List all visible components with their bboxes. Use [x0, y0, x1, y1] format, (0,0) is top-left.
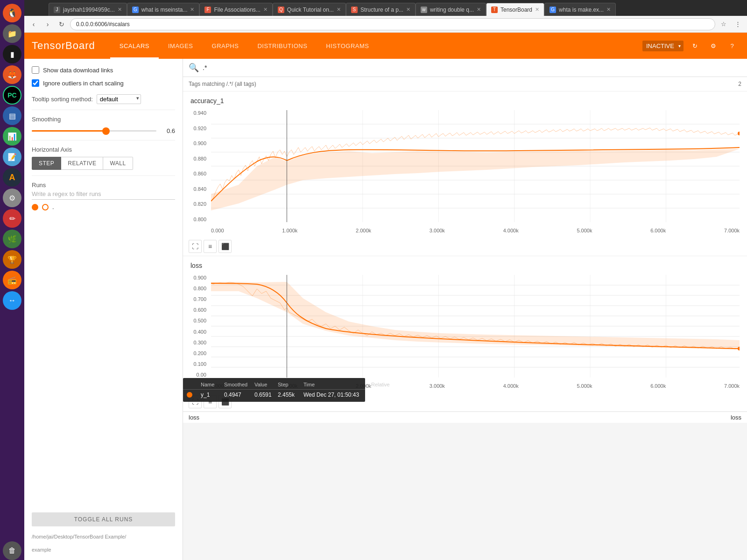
tab-quicktut[interactable]: Q Quick Tutorial on... ✕ — [273, 3, 346, 16]
x-label-3k: 3.000k — [430, 228, 445, 233]
sidebar-item-pycharm[interactable]: PC — [3, 86, 21, 105]
accuracy-list-btn[interactable]: ≡ — [204, 240, 217, 253]
loss-x-4k: 4.000k — [503, 383, 519, 389]
x-label-2k: 2.000k — [356, 228, 371, 233]
x-label-4k: 4.000k — [503, 228, 519, 233]
address-bar-input[interactable]: 0.0.0.0:6006/#scalars — [70, 18, 715, 30]
y-label-0880: 0.880 — [193, 156, 206, 161]
bookmark-button[interactable]: ☆ — [718, 19, 729, 30]
tooltip-step: 2.455k — [278, 392, 303, 398]
tab-histograms[interactable]: HISTOGRAMS — [317, 33, 378, 59]
y-label-0800: 0.800 — [193, 217, 206, 222]
settings-button[interactable]: ⚙ — [706, 38, 721, 53]
menu-button[interactable]: ⋮ — [732, 19, 743, 30]
search-input[interactable] — [203, 64, 741, 71]
tab-close-fileassoc[interactable]: ✕ — [263, 7, 268, 13]
cwd2: example — [32, 547, 175, 553]
sidebar-item-app12[interactable]: 🌿 — [3, 230, 21, 248]
sidebar-item-sheets[interactable]: 📊 — [3, 127, 21, 146]
tab-images[interactable]: IMAGES — [159, 33, 203, 59]
th-value: Value — [254, 382, 278, 387]
sidebar: 🐧 📁 ▮ 🦊 PC ▤ 📊 📝 A ⚙ ✏ 🌿 🏆 📻 ↔ 🗑 — [0, 0, 24, 560]
help-button[interactable]: ? — [725, 38, 740, 53]
sidebar-item-vlc[interactable]: 📻 — [3, 271, 21, 289]
tab-fileassoc[interactable]: F File Associations... ✕ — [199, 3, 272, 16]
tab-scalars[interactable]: SCALARS — [110, 33, 159, 59]
tab-close-writing[interactable]: ✕ — [477, 7, 481, 13]
th-time: Time — [303, 382, 371, 387]
tab-close-tensorboard[interactable]: ✕ — [535, 7, 539, 13]
runs-title: Runs — [32, 182, 175, 189]
sidebar-item-terminal[interactable]: ▮ — [3, 45, 21, 63]
tab-distributions[interactable]: DISTRIBUTIONS — [248, 33, 317, 59]
accuracy-fullscreen-btn[interactable]: ⛶ — [189, 240, 202, 253]
toggle-all-runs-button[interactable]: TOGGLE ALL RUNS — [32, 512, 175, 526]
tab-whta[interactable]: G whta is make.ex... ✕ — [544, 3, 616, 16]
search-bar: 🔍 — [183, 59, 747, 77]
sidebar-item-amazon[interactable]: A — [3, 168, 21, 187]
sidebar-item-trash[interactable]: 🗑 — [3, 541, 21, 560]
inactive-select[interactable]: INACTIVE — [642, 41, 684, 51]
tab-writing[interactable]: w writing double q... ✕ — [416, 3, 486, 16]
tab-close-quicktut[interactable]: ✕ — [337, 7, 341, 13]
tab-jayshah[interactable]: J jayshah19994959c... ✕ — [49, 3, 127, 16]
axis-buttons: STEP RELATIVE WALL — [32, 157, 175, 170]
tags-row: Tags matching /.*/ (all tags) 2 — [183, 77, 747, 91]
sidebar-item-settings[interactable]: ⚙ — [3, 189, 21, 207]
tab-close-whta[interactable]: ✕ — [606, 7, 611, 13]
tooltip-sort-wrapper: default ascending descending nearest — [97, 94, 141, 104]
sidebar-item-network[interactable]: ↔ — [3, 291, 21, 310]
sidebar-item-ubuntu[interactable]: 🐧 — [3, 4, 21, 22]
axis-btn-relative[interactable]: RELATIVE — [61, 157, 103, 170]
refresh-button[interactable]: ↻ — [687, 38, 702, 53]
accuracy-chart-area: 0.940 0.920 0.900 0.880 0.860 0.840 0.82… — [183, 106, 747, 237]
tab-close-jayshah[interactable]: ✕ — [118, 7, 122, 13]
sidebar-item-app6[interactable]: ▤ — [3, 106, 21, 125]
axis-btn-wall[interactable]: WALL — [103, 157, 133, 170]
search-icon: 🔍 — [189, 63, 199, 73]
tab-favicon-fileassoc: F — [204, 7, 211, 13]
sidebar-item-app8[interactable]: 📝 — [3, 147, 21, 166]
tooltip-value: 0.6591 — [254, 392, 278, 398]
horizontal-axis-title: Horizontal Axis — [32, 146, 175, 153]
accuracy-x-labels: 0.000 1.000k 2.000k 3.000k 4.000k 5.000k… — [211, 228, 740, 233]
tab-close-structure[interactable]: ✕ — [406, 7, 410, 13]
sidebar-item-app13[interactable]: 🏆 — [3, 250, 21, 269]
tooltip-sort-select[interactable]: default ascending descending nearest — [97, 94, 141, 104]
back-button[interactable]: ‹ — [28, 19, 39, 30]
tags-pattern: /.*/ (all tags) — [226, 81, 256, 87]
smoothing-slider[interactable] — [32, 130, 156, 132]
tab-graphs[interactable]: GRAPHS — [203, 33, 248, 59]
reload-button[interactable]: ↻ — [56, 19, 67, 30]
ignore-outliers-checkbox[interactable] — [32, 79, 39, 87]
y-label-0820: 0.820 — [193, 201, 206, 207]
runs-filter-input[interactable] — [32, 189, 175, 200]
loss-x-7k: 7.000k — [724, 383, 740, 389]
topbar-actions: INACTIVE ▾ ↻ ⚙ ? — [642, 38, 740, 53]
smoothing-section: Smoothing 0.6 — [32, 116, 175, 134]
forward-button[interactable]: › — [42, 19, 53, 30]
accuracy-download-btn[interactable]: ⬛ — [218, 240, 232, 253]
sidebar-item-firefox[interactable]: 🦊 — [3, 65, 21, 84]
loss-chart-title: loss — [183, 256, 747, 271]
tab-structure[interactable]: S Structure of a p... ✕ — [346, 3, 416, 16]
topbar: TensorBoard SCALARS IMAGES GRAPHS DISTRI… — [24, 33, 747, 59]
tooltip-dot-cell — [187, 392, 201, 398]
loss-y-0800: 0.800 — [193, 286, 206, 291]
accuracy-chart-section: accuracy_1 0.940 0.920 0.900 0.880 0.860… — [183, 91, 747, 256]
tab-tensorboard[interactable]: T TensorBoard ✕ — [486, 3, 544, 16]
smoothing-value: 0.6 — [160, 127, 175, 134]
tab-label-fileassoc: File Associations... — [214, 7, 260, 13]
axis-btn-step[interactable]: STEP — [32, 157, 61, 170]
sidebar-item-paint[interactable]: ✏ — [3, 209, 21, 228]
tab-close-mseinsta[interactable]: ✕ — [190, 7, 194, 13]
content-area: Show data download links Ignore outliers… — [24, 59, 747, 560]
show-data-links-checkbox[interactable] — [32, 66, 39, 74]
th-step: Step — [278, 382, 303, 387]
sidebar-item-files[interactable]: 📁 — [3, 24, 21, 43]
tab-favicon-tensorboard: T — [491, 7, 498, 13]
th-relative: Relative — [371, 382, 397, 387]
smoothing-row: 0.6 — [32, 127, 175, 134]
show-data-links-row: Show data download links — [32, 66, 175, 74]
tab-mseinsta[interactable]: G what is mseinsta... ✕ — [127, 3, 200, 16]
